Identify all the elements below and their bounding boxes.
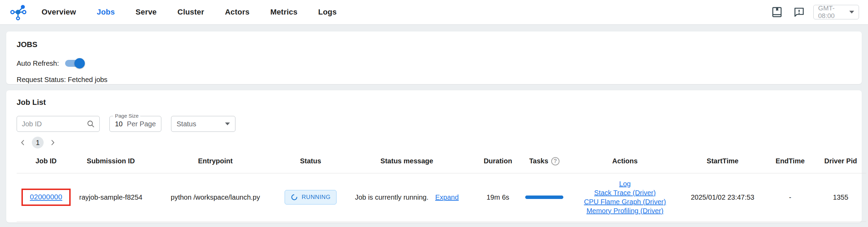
nav-tab-metrics[interactable]: Metrics [270,8,297,17]
job-id-search [17,116,100,132]
tasks-progress-bar [525,196,563,199]
help-icon[interactable]: ? [551,157,560,165]
status-badge: RUNNING [285,190,337,205]
col-driver-pid: Driver Pid [815,149,866,173]
col-job-id: Job ID [17,149,75,173]
page-size-suffix: Per Page [127,120,156,128]
col-tasks: Tasks ? [519,149,570,173]
feedback-icon[interactable] [791,4,807,20]
col-endtime: EndTime [765,149,815,173]
docs-book-icon[interactable] [769,4,785,20]
memory-profiling-link[interactable]: Memory Profiling (Driver) [587,206,663,215]
nav-tab-serve[interactable]: Serve [136,8,157,17]
col-status-message: Status message [337,149,477,173]
col-starttime: StartTime [680,149,765,173]
submission-id-cell: rayjob-sample-f8254 [75,173,146,221]
table-header-row: Job ID Submission ID Entrypoint Status S… [17,149,866,173]
status-filter-label: Status [177,120,196,128]
nav-tab-logs[interactable]: Logs [318,8,337,17]
page-size-field[interactable]: Page Size 10 Per Page [109,116,161,132]
stack-trace-link[interactable]: Stack Trace (Driver) [594,188,656,197]
ray-logo-icon [10,4,26,20]
col-duration: Duration [477,149,519,173]
duration-cell: 19m 6s [477,173,519,221]
endtime-cell: - [765,173,815,221]
auto-refresh-toggle[interactable] [65,60,84,67]
request-status-text: Request Status: Fetched jobs [17,76,851,84]
annotation-highlight-box: 02000000 [21,189,70,206]
tasks-header-label: Tasks [529,157,548,165]
col-actions: Actions [570,149,680,173]
chevron-down-icon [225,122,230,125]
app-bar: Overview Jobs Serve Cluster Actors Metri… [0,0,868,24]
jobs-panel-title: JOBS [17,40,851,49]
job-id-search-input[interactable] [22,120,86,128]
status-badge-label: RUNNING [302,194,331,201]
appbar-right: GMT-08:00 [769,4,859,20]
entrypoint-cell: python /workspace/launch.py [146,173,285,221]
col-entrypoint: Entrypoint [146,149,285,173]
page-size-label: Page Size [113,113,140,118]
starttime-cell: 2025/01/02 23:47:53 [680,173,765,221]
job-table: Job ID Submission ID Entrypoint Status S… [17,149,866,222]
page-number-1[interactable]: 1 [32,137,44,148]
spinner-icon [290,193,298,201]
pagination: 1 [17,136,851,149]
toggle-knob [74,58,85,69]
page-size-value[interactable]: 10 [115,120,123,128]
prev-page-button[interactable] [17,136,29,149]
nav-tab-jobs[interactable]: Jobs [97,8,115,17]
expand-link[interactable]: Expand [435,193,459,201]
jobs-panel: JOBS Auto Refresh: Request Status: Fetch… [6,31,862,84]
job-id-link[interactable]: 02000000 [30,193,62,201]
main-nav: Overview Jobs Serve Cluster Actors Metri… [42,8,337,17]
cpu-flame-graph-link[interactable]: CPU Flame Graph (Driver) [584,197,666,206]
chevron-down-icon [849,11,854,13]
table-row: 02000000 rayjob-sample-f8254 python /wor… [17,173,866,221]
next-page-button[interactable] [46,136,59,149]
timezone-select[interactable]: GMT-08:00 [813,5,859,19]
auto-refresh-label: Auto Refresh: [17,60,59,67]
nav-tab-overview[interactable]: Overview [42,8,76,17]
job-list-panel: Job List Page Size 10 Per Page Status 1 [6,90,862,223]
driver-pid-cell: 1355 [815,173,866,221]
status-message-text: Job is currently running. [355,193,428,201]
actions-cell: Log Stack Trace (Driver) CPU Flame Graph… [570,173,680,221]
status-message-cell: Job is currently running. Expand [337,173,477,221]
tasks-cell [519,173,570,221]
job-list-filters: Page Size 10 Per Page Status [17,116,851,132]
col-status: Status [285,149,337,173]
search-icon [86,119,95,128]
nav-tab-actors[interactable]: Actors [225,8,250,17]
job-list-title: Job List [17,98,851,107]
status-filter-select[interactable]: Status [171,116,235,132]
col-submission-id: Submission ID [75,149,146,173]
nav-tab-cluster[interactable]: Cluster [178,8,204,17]
timezone-value: GMT-08:00 [818,4,849,20]
log-link[interactable]: Log [619,179,630,188]
status-cell: RUNNING [285,173,337,221]
